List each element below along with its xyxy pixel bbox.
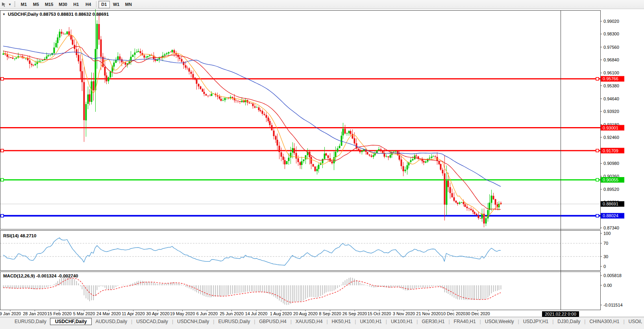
timeframe-button-m30[interactable]: M30 xyxy=(56,1,69,8)
candle-body xyxy=(33,65,34,66)
candle-body xyxy=(192,74,194,78)
candle-body xyxy=(209,96,211,96)
candle-body xyxy=(286,161,288,164)
tab-ger30-h1[interactable]: GER30,H1 xyxy=(418,318,448,325)
tab-usoil[interactable]: USOil, xyxy=(625,318,644,325)
candle-body xyxy=(335,152,337,157)
candle-body xyxy=(440,164,442,170)
candle-body xyxy=(39,61,40,62)
hline-handle[interactable] xyxy=(596,149,599,152)
candle-body xyxy=(455,201,457,203)
date-tick-label: 1 Aug 2020 xyxy=(270,311,292,316)
timeframe-button-w1[interactable]: W1 xyxy=(111,1,122,8)
candle-body xyxy=(234,98,235,100)
hline-handle[interactable] xyxy=(1,78,4,80)
hline-handle[interactable] xyxy=(596,178,599,181)
candle-body xyxy=(138,51,139,52)
candle-body xyxy=(495,199,496,205)
candle-body xyxy=(470,209,472,210)
price-tag-label: 0.88691 xyxy=(603,201,618,206)
chart-tool-button[interactable]: ▼ xyxy=(0,0,13,9)
tab-usoil-weekly[interactable]: USOil,Weekly xyxy=(481,318,518,325)
hline-handle[interactable] xyxy=(596,78,599,80)
candle-body xyxy=(20,56,21,57)
candle-body xyxy=(363,150,365,151)
candle-body xyxy=(367,152,368,154)
date-tick-label: 15 Feb 2020 xyxy=(47,311,72,316)
toolbar-separator xyxy=(96,1,96,7)
price-tag-label: 0.95766 xyxy=(603,76,618,81)
tab-eurusd-daily[interactable]: EURUSD,Daily xyxy=(215,318,254,325)
candle-body xyxy=(348,131,350,133)
candle-body xyxy=(183,62,185,65)
tab-usdcnh-daily[interactable]: USDCNH,Daily xyxy=(174,318,213,325)
timeframe-button-d1[interactable]: D1 xyxy=(98,1,110,8)
candle-body xyxy=(181,59,183,62)
candle-body xyxy=(243,101,245,102)
tab-usdcad-daily[interactable]: USDCAD,Daily xyxy=(133,318,172,325)
candle-body xyxy=(271,125,273,130)
candle-body xyxy=(468,208,470,209)
timeframe-button-m5[interactable]: M5 xyxy=(30,1,42,8)
tab-gbpusd-h4[interactable]: GBPUSD,H4 xyxy=(255,318,290,325)
tab-uk100-h1[interactable]: UK100,H1 xyxy=(387,318,416,325)
timeframe-button-h1[interactable]: H1 xyxy=(70,1,82,8)
candle-body xyxy=(342,129,344,135)
candle-body xyxy=(318,165,320,169)
candle-body xyxy=(164,54,166,55)
candle-body xyxy=(189,68,190,72)
candle-body xyxy=(283,157,284,160)
candle-body xyxy=(328,155,329,158)
tab-xauusd-h4[interactable]: XAUUSD,H4 xyxy=(292,318,326,325)
tab-usdchf-daily[interactable]: USDCHF,Daily xyxy=(50,318,92,325)
timeframe-button-m15[interactable]: M15 xyxy=(43,1,56,8)
candle-body xyxy=(395,151,397,152)
candle-body xyxy=(296,153,297,159)
candle-body xyxy=(106,76,107,81)
timeframe-button-h4[interactable]: H4 xyxy=(83,1,94,8)
tab-fra40-h1[interactable]: FRA40,H1 xyxy=(450,318,479,325)
candle-body xyxy=(378,149,380,150)
timeframe-button-mn[interactable]: MN xyxy=(123,1,134,8)
candle-body xyxy=(179,57,181,59)
candle-body xyxy=(429,158,431,159)
chart-collapse-icon[interactable]: ▼ xyxy=(2,13,6,16)
candle-body xyxy=(425,161,427,163)
date-tick-label: 8 Sep 2020 xyxy=(319,311,341,316)
toolbar-drag-handle[interactable] xyxy=(14,2,15,7)
tab-hk50-h1[interactable]: HK50,H1 xyxy=(328,318,355,325)
macd-axis-label: 0.00 xyxy=(603,283,612,288)
candle-body xyxy=(298,158,299,162)
candle-body xyxy=(205,94,207,96)
date-tick-label: 5 Mar 2020 xyxy=(73,311,95,316)
candle-body xyxy=(352,134,353,139)
candle-body xyxy=(453,197,455,201)
hline-handle[interactable] xyxy=(1,214,4,217)
date-tick-label: 30 Apr 2020 xyxy=(146,311,169,316)
tab-china300-h1[interactable]: CHINA300,H1 xyxy=(586,318,623,325)
hline-handle[interactable] xyxy=(1,149,4,152)
timeframe-button-m1[interactable]: M1 xyxy=(18,1,30,8)
candle-body xyxy=(480,218,481,219)
tab-dj30-daily[interactable]: DJ30,Daily xyxy=(554,318,584,325)
candle-body xyxy=(260,110,261,111)
candle-body xyxy=(168,52,170,54)
hline-handle[interactable] xyxy=(596,214,599,217)
candle-body xyxy=(67,31,68,34)
tab-eurusd-daily[interactable]: EURUSD,Daily xyxy=(11,318,50,325)
hline-handle[interactable] xyxy=(1,178,4,181)
candle-body xyxy=(386,156,387,157)
candle-body xyxy=(359,150,361,152)
pointer-tool-icon xyxy=(1,2,7,7)
candle-body xyxy=(275,136,277,140)
candle-body xyxy=(115,60,117,63)
candle-body xyxy=(316,169,318,171)
candle-body xyxy=(485,218,487,224)
candle-body xyxy=(344,129,346,133)
tab-usdjpy-h1[interactable]: USDJPY,H1 xyxy=(520,318,552,325)
tab-uk100-h1[interactable]: UK100,H1 xyxy=(356,318,385,325)
candle-body xyxy=(14,59,16,59)
candle-body xyxy=(40,61,42,61)
tab-audusd-daily[interactable]: AUDUSD,Daily xyxy=(92,318,131,325)
date-tick-label: 24 Mar 2020 xyxy=(96,311,121,316)
